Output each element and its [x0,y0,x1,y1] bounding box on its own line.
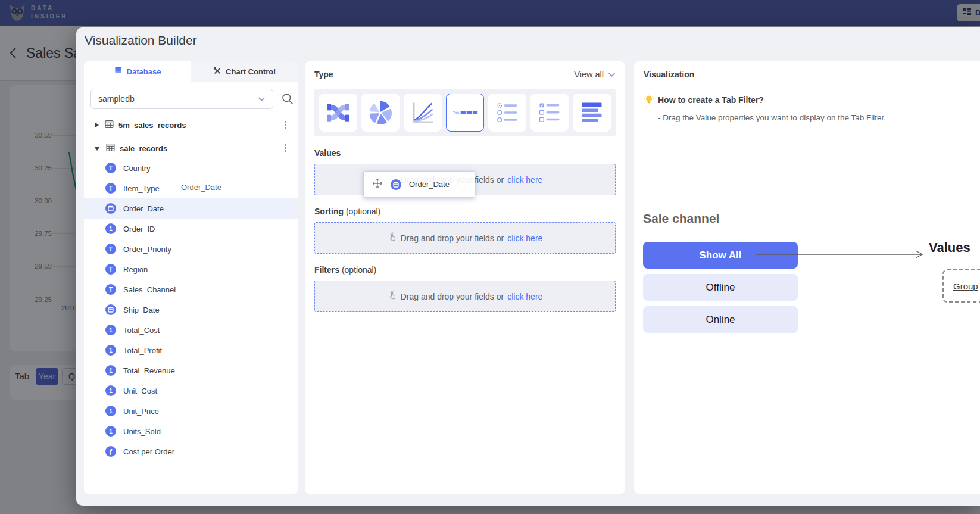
table-row-sale-records[interactable]: sale_records [84,139,298,157]
svg-text:Tab: Tab [453,111,460,115]
field-row-total-cost[interactable]: 1Total_Cost [84,320,298,340]
caret-right-icon[interactable] [95,122,99,128]
function-field-icon: ƒ [105,446,116,457]
database-panel: Database Chart Control sampledb [84,61,298,494]
preview-title: Sale channel [643,211,719,226]
text-field-icon: T [105,183,116,194]
field-row-order-date[interactable]: Order_Date [84,198,298,219]
drag-source-label: Order_Date [181,183,221,192]
caret-down-icon[interactable] [94,147,100,151]
tap-hand-icon [388,232,397,244]
chart-type-checkbox-list[interactable] [530,94,569,132]
chevron-down-icon [608,70,616,79]
filters-section-label: Filters (optional) [314,265,376,275]
visualization-title: Visualization [644,70,694,79]
number-field-icon: 1 [105,385,116,396]
field-row-units-sold[interactable]: 1Units_Sold [84,421,298,441]
modal-title: Visualization Builder [85,33,197,48]
number-field-icon: 1 [105,365,116,376]
number-field-icon: 1 [105,406,116,416]
field-row-total-profit[interactable]: 1Total_Profit [84,340,298,360]
field-row-order-id[interactable]: 1Order_ID [84,219,298,239]
left-panel-tabs: Database Chart Control [84,61,298,82]
number-field-icon: 1 [105,223,116,234]
table-row-5m-sales-records[interactable]: 5m_sales_records [84,116,298,134]
search-icon[interactable] [281,92,294,105]
field-row-cost-per-order[interactable]: ƒCost per Order [84,441,298,462]
type-section-label: Type [314,70,333,79]
lightbulb-icon [643,94,655,108]
tip-title: How to create a Tab Filter? [658,95,764,105]
field-row-ship-date[interactable]: Ship_Date [84,300,298,320]
field-row-country[interactable]: TCountry [84,158,298,178]
preview-button-online[interactable]: Online [643,306,798,333]
date-field-icon [105,304,116,315]
chart-type-tab-filter[interactable]: Tab [446,94,484,132]
annotation-value-label: Values [929,240,970,256]
text-field-icon: T [105,244,116,254]
annotation-arrow [756,250,929,259]
tools-icon [213,67,221,77]
date-field-icon [105,203,116,214]
text-field-icon: T [105,284,116,295]
chevron-down-icon [258,94,266,104]
tab-database[interactable]: Database [84,61,191,82]
filters-dropzone[interactable]: Drag and drop your fields or click here [314,281,616,312]
table-icon [106,143,115,154]
table-icon [105,120,114,131]
values-section-label: Values [314,148,341,158]
field-list: TCountry TItem_Type Order_Date 1Order_ID… [84,158,298,462]
chart-config-panel: Type View all Tab [305,61,625,494]
chart-type-strip: Tab [314,89,616,136]
chart-type-pie[interactable] [361,94,400,132]
chart-type-line[interactable] [404,94,442,132]
chart-type-sankey[interactable] [319,94,357,132]
database-icon [114,66,123,77]
number-field-icon: 1 [105,345,116,356]
tab-chart-control[interactable]: Chart Control [191,61,298,82]
field-row-unit-price[interactable]: 1Unit_Price [84,401,298,421]
field-row-order-priority[interactable]: TOrder_Priority [84,239,298,259]
annotation-group-box: Group [942,269,980,303]
move-icon [372,178,383,191]
date-field-icon [391,179,401,190]
database-select[interactable]: sampledb [90,89,273,109]
field-row-total-revenue[interactable]: 1Total_Revenue [84,360,298,381]
view-all-dropdown[interactable]: View all [574,70,616,79]
number-field-icon: 1 [105,325,116,335]
visualization-builder-modal: Visualization Builder Database Chart Con… [76,27,980,506]
click-here-link[interactable]: click here [507,233,542,243]
annotation-group-label: Group [953,281,978,291]
click-here-link[interactable]: click here [507,175,542,185]
field-row-sales-channel[interactable]: TSales_Channel [84,279,298,300]
click-here-link[interactable]: click here [507,292,542,301]
dragged-field-card[interactable]: Order_Date [363,171,475,198]
chart-type-data-list[interactable] [573,94,611,132]
text-field-icon: T [105,163,116,173]
more-options-icon[interactable] [285,121,287,129]
preview-button-offline[interactable]: Offline [643,274,798,301]
sorting-dropzone[interactable]: Drag and drop your fields or click here [314,222,616,254]
tip-body: - Drag the Value properties you want to … [658,113,886,122]
sorting-section-label: Sorting (optional) [314,207,380,216]
chart-type-radio-list[interactable] [488,94,526,132]
screen: DATA INSIDER Dashboard Sales Sa 30.50 30… [0,0,980,514]
database-select-value: sampledb [98,94,135,104]
number-field-icon: 1 [105,426,116,437]
visualization-panel: Visualization How to create a Tab Filter… [634,61,980,494]
text-field-icon: T [105,264,116,275]
dragged-field-label: Order_Date [409,180,450,189]
tap-hand-icon [388,291,397,302]
field-row-region[interactable]: TRegion [84,259,298,279]
field-row-unit-cost[interactable]: 1Unit_Cost [84,381,298,401]
more-options-icon[interactable] [285,144,287,152]
